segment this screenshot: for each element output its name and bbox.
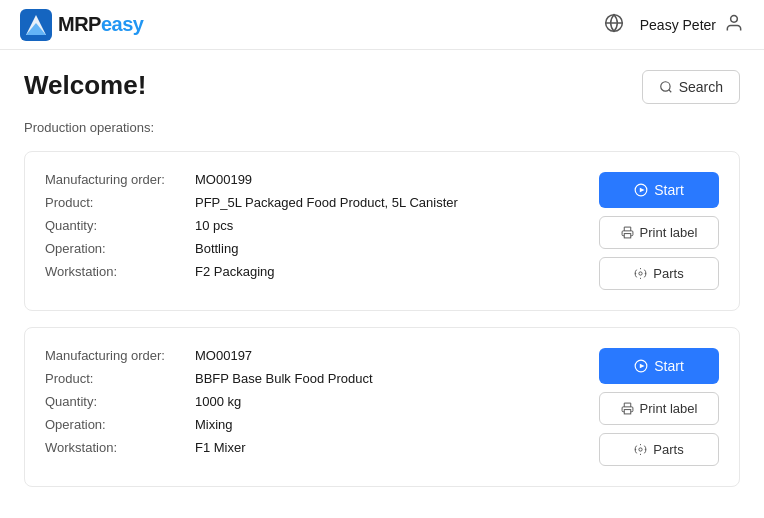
manufacturing-order-value: MO00197	[195, 348, 252, 363]
product-label: Product:	[45, 371, 195, 386]
quantity-label: Quantity:	[45, 394, 195, 409]
workstation-value: F2 Packaging	[195, 264, 275, 279]
welcome-title: Welcome!	[24, 70, 146, 101]
workstation-label: Workstation:	[45, 264, 195, 279]
search-icon	[659, 80, 673, 94]
quantity-label: Quantity:	[45, 218, 195, 233]
user-icon	[724, 13, 744, 36]
logo-easy-text: easy	[101, 13, 144, 35]
print-label-button-2[interactable]: Print label	[599, 392, 719, 425]
search-label: Search	[679, 79, 723, 95]
parts-button-1[interactable]: Parts	[599, 257, 719, 290]
svg-point-6	[660, 82, 669, 91]
card-row: Operation: Bottling	[45, 241, 575, 256]
manufacturing-order-label: Manufacturing order:	[45, 172, 195, 187]
print-icon	[621, 226, 634, 239]
manufacturing-order-value: MO00199	[195, 172, 252, 187]
logo-icon	[20, 9, 52, 41]
svg-marker-13	[640, 364, 645, 369]
parts-button-2[interactable]: Parts	[599, 433, 719, 466]
workstation-value: F1 Mixer	[195, 440, 246, 455]
svg-marker-9	[640, 188, 645, 193]
production-card-2: Manufacturing order: MO00197 Product: BB…	[24, 327, 740, 487]
card-row: Workstation: F1 Mixer	[45, 440, 575, 455]
card-row: Quantity: 10 pcs	[45, 218, 575, 233]
parts-icon	[634, 267, 647, 280]
user-area[interactable]: Peasy Peter	[640, 13, 744, 36]
svg-point-5	[731, 16, 738, 23]
card-1-details: Manufacturing order: MO00199 Product: PF…	[45, 172, 575, 279]
welcome-row: Welcome! Search	[24, 70, 740, 104]
workstation-label: Workstation:	[45, 440, 195, 455]
logo-mrp-text: MRP	[58, 13, 101, 35]
operation-label: Operation:	[45, 241, 195, 256]
parts-icon	[634, 443, 647, 456]
quantity-value: 1000 kg	[195, 394, 241, 409]
production-card-1: Manufacturing order: MO00199 Product: PF…	[24, 151, 740, 311]
start-icon	[634, 183, 648, 197]
card-row: Workstation: F2 Packaging	[45, 264, 575, 279]
operation-value: Bottling	[195, 241, 238, 256]
operation-value: Mixing	[195, 417, 233, 432]
card-2-details: Manufacturing order: MO00197 Product: BB…	[45, 348, 575, 455]
card-row: Quantity: 1000 kg	[45, 394, 575, 409]
svg-rect-14	[624, 410, 631, 414]
operation-label: Operation:	[45, 417, 195, 432]
manufacturing-order-label: Manufacturing order:	[45, 348, 195, 363]
quantity-value: 10 pcs	[195, 218, 233, 233]
production-label: Production operations:	[24, 120, 740, 135]
print-icon	[621, 402, 634, 415]
globe-icon[interactable]	[604, 13, 624, 36]
svg-point-11	[639, 272, 642, 275]
start-button-1[interactable]: Start	[599, 172, 719, 208]
svg-point-15	[639, 448, 642, 451]
card-2-actions: Start Print label Parts	[599, 348, 719, 466]
header: MRPeasy Peasy Peter	[0, 0, 764, 50]
product-label: Product:	[45, 195, 195, 210]
search-button[interactable]: Search	[642, 70, 740, 104]
card-row: Manufacturing order: MO00199	[45, 172, 575, 187]
svg-line-7	[668, 90, 671, 93]
card-row: Product: BBFP Base Bulk Food Product	[45, 371, 575, 386]
product-value: PFP_5L Packaged Food Product, 5L Caniste…	[195, 195, 458, 210]
logo: MRPeasy	[20, 9, 143, 41]
start-icon	[634, 359, 648, 373]
card-row: Operation: Mixing	[45, 417, 575, 432]
user-name: Peasy Peter	[640, 17, 716, 33]
header-right: Peasy Peter	[604, 13, 744, 36]
card-row: Product: PFP_5L Packaged Food Product, 5…	[45, 195, 575, 210]
card-row: Manufacturing order: MO00197	[45, 348, 575, 363]
main-content: Welcome! Search Production operations: M…	[0, 50, 764, 518]
svg-rect-10	[624, 234, 631, 238]
card-1-actions: Start Print label Parts	[599, 172, 719, 290]
product-value: BBFP Base Bulk Food Product	[195, 371, 373, 386]
start-button-2[interactable]: Start	[599, 348, 719, 384]
print-label-button-1[interactable]: Print label	[599, 216, 719, 249]
